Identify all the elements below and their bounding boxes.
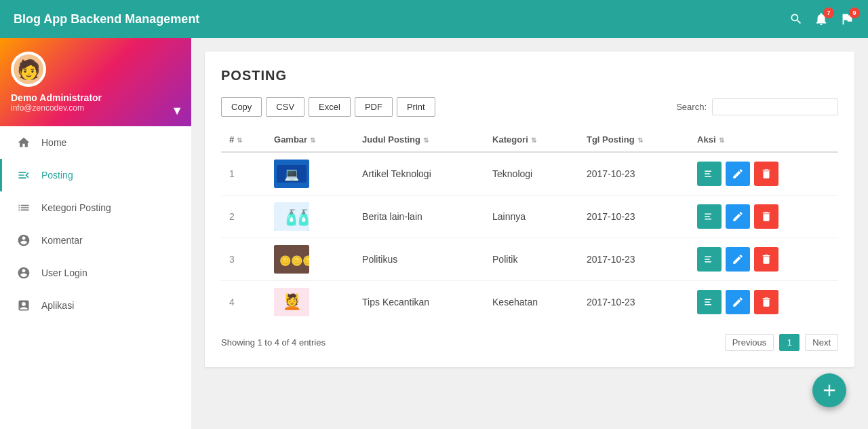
edit-button-3[interactable] — [726, 290, 750, 314]
data-table: #⇅ Gambar⇅ Judul Posting⇅ Kategori⇅ Tgl … — [221, 128, 838, 323]
posting-icon — [16, 168, 32, 182]
svg-text:🧴: 🧴 — [294, 208, 309, 227]
cell-thumb-2: 🪙🪙🪙 — [266, 238, 354, 281]
table-header-row: #⇅ Gambar⇅ Judul Posting⇅ Kategori⇅ Tgl … — [221, 128, 838, 152]
page-1-button[interactable]: 1 — [779, 334, 800, 351]
cell-num-2: 3 — [221, 238, 266, 281]
col-tgl: Tgl Posting⇅ — [578, 128, 689, 152]
cell-date-1: 2017-10-23 — [578, 195, 689, 238]
action-buttons-2 — [697, 247, 830, 272]
action-buttons-1 — [697, 204, 830, 229]
csv-button[interactable]: CSV — [266, 97, 304, 117]
showing-text: Showing 1 to 4 of 4 entries — [221, 337, 326, 348]
col-judul: Judul Posting⇅ — [354, 128, 484, 152]
cell-category-3: Kesehatan — [484, 281, 578, 324]
sidebar-item-home-label: Home — [41, 137, 66, 148]
search-label: Search: — [676, 102, 707, 112]
search-button[interactable] — [789, 12, 803, 26]
delete-button-3[interactable] — [754, 290, 778, 314]
delete-button-1[interactable] — [754, 204, 778, 229]
brand: Blog App Backend Management — [14, 12, 199, 26]
delete-button-2[interactable] — [754, 247, 778, 272]
brand-bold: Blog App — [14, 12, 67, 26]
cell-thumb-3: 💆 — [266, 281, 354, 324]
pdf-button[interactable]: PDF — [355, 97, 393, 117]
delete-button-0[interactable] — [754, 162, 778, 186]
sidebar-item-ketegori[interactable]: Ketegori Posting — [0, 191, 191, 224]
sidebar-item-posting-label: Posting — [41, 170, 73, 181]
svg-text:💻: 💻 — [284, 167, 300, 182]
profile-name: Demo Administrator — [11, 92, 180, 103]
detail-button-2[interactable] — [697, 247, 722, 272]
detail-button-3[interactable] — [697, 290, 722, 314]
cell-date-2: 2017-10-23 — [578, 238, 689, 281]
table-body: 1 💻 Artikel Teknologi Teknologi 2017-10-… — [221, 152, 838, 323]
cell-title-1: Berita lain-lain — [354, 195, 484, 238]
search-input[interactable] — [712, 98, 838, 115]
cell-thumb-1: 🧴🧴 — [266, 195, 354, 238]
col-aksi: Aksi⇅ — [689, 128, 838, 152]
svg-text:🪙🪙🪙: 🪙🪙🪙 — [279, 255, 309, 267]
cell-actions-3 — [689, 281, 838, 324]
edit-button-1[interactable] — [726, 204, 750, 229]
edit-button-0[interactable] — [726, 162, 750, 186]
table-row: 2 🧴🧴 Berita lain-lain Lainnya 2017-10-23 — [221, 195, 838, 238]
cell-num-0: 1 — [221, 152, 266, 195]
table-row: 4 💆 Tips Kecantikan Kesehatan 2017-10-23 — [221, 281, 838, 324]
cell-actions-1 — [689, 195, 838, 238]
search-area: Search: — [676, 98, 838, 115]
flags-button[interactable]: 9 — [840, 12, 854, 26]
navbar: Blog App Backend Management 7 9 — [0, 0, 868, 38]
pagination: Previous 1 Next — [725, 334, 838, 351]
table-row: 3 🪙🪙🪙 Politikus Politik 2017-10-23 — [221, 238, 838, 281]
col-gambar: Gambar⇅ — [266, 128, 354, 152]
brand-text: Backend Management — [67, 12, 199, 26]
sidebar-item-home[interactable]: Home — [0, 126, 191, 159]
cell-category-0: Teknologi — [484, 152, 578, 195]
layout: 🧑 Demo Administrator info@zencodev.com ▼… — [0, 38, 868, 429]
sidebar-item-userlogin-label: User Login — [41, 267, 87, 278]
add-fab-button[interactable] — [812, 373, 846, 407]
detail-button-0[interactable] — [697, 162, 722, 186]
table-footer: Showing 1 to 4 of 4 entries Previous 1 N… — [221, 334, 838, 351]
cell-title-3: Tips Kecantikan — [354, 281, 484, 324]
profile-chevron-icon[interactable]: ▼ — [171, 104, 183, 118]
cell-title-0: Artikel Teknologi — [354, 152, 484, 195]
excel-button[interactable]: Excel — [309, 97, 351, 117]
table-row: 1 💻 Artikel Teknologi Teknologi 2017-10-… — [221, 152, 838, 195]
prev-button[interactable]: Previous — [725, 334, 774, 351]
notifications-button[interactable]: 7 — [814, 12, 829, 26]
thumbnail-1: 🧴🧴 — [274, 202, 309, 231]
page-title: POSTING — [221, 68, 838, 83]
komentar-icon — [16, 234, 32, 247]
thumbnail-2: 🪙🪙🪙 — [274, 245, 309, 274]
sidebar-item-aplikasi[interactable]: Aplikasi — [0, 289, 191, 322]
cell-num-3: 4 — [221, 281, 266, 324]
next-button[interactable]: Next — [805, 334, 838, 351]
print-button[interactable]: Print — [397, 97, 435, 117]
cell-actions-0 — [689, 152, 838, 195]
sidebar-item-komentar[interactable]: Komentar — [0, 224, 191, 257]
cell-date-3: 2017-10-23 — [578, 281, 689, 324]
edit-button-2[interactable] — [726, 247, 750, 272]
toolbar: Copy CSV Excel PDF Print Search: — [221, 97, 838, 117]
col-num: #⇅ — [221, 128, 266, 152]
navbar-icons: 7 9 — [789, 12, 854, 26]
action-buttons-3 — [697, 290, 830, 314]
sidebar-profile: 🧑 Demo Administrator info@zencodev.com ▼ — [0, 38, 191, 126]
sidebar-item-aplikasi-label: Aplikasi — [41, 300, 74, 311]
cell-actions-2 — [689, 238, 838, 281]
copy-button[interactable]: Copy — [221, 97, 262, 117]
thumbnail-0: 💻 — [274, 160, 309, 188]
sidebar-item-userlogin[interactable]: User Login — [0, 257, 191, 289]
cell-category-2: Politik — [484, 238, 578, 281]
cell-category-1: Lainnya — [484, 195, 578, 238]
aplikasi-icon — [16, 299, 32, 312]
cell-thumb-0: 💻 — [266, 152, 354, 195]
home-icon — [16, 136, 32, 149]
sidebar-item-posting[interactable]: Posting — [0, 159, 191, 191]
cell-num-1: 2 — [221, 195, 266, 238]
detail-button-1[interactable] — [697, 204, 722, 229]
ketegori-icon — [16, 201, 32, 214]
cell-title-2: Politikus — [354, 238, 484, 281]
